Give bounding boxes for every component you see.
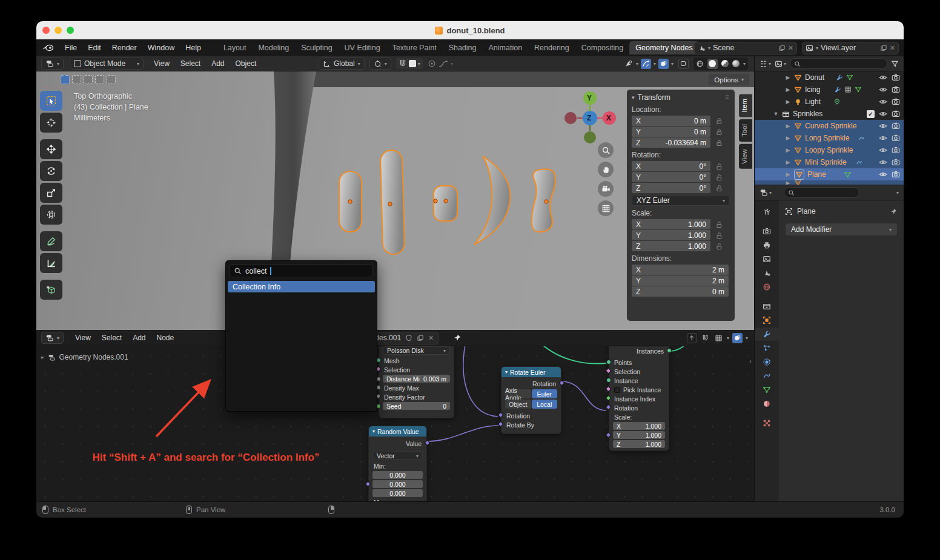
- lock-icon[interactable]: [715, 139, 723, 147]
- hide-eye-icon[interactable]: [879, 146, 887, 154]
- lock-icon[interactable]: [715, 128, 723, 136]
- options-button[interactable]: Options▾: [709, 74, 749, 85]
- outliner-row-icing[interactable]: ▶ Icing: [755, 84, 904, 96]
- disable-render-icon[interactable]: [892, 170, 900, 179]
- falloff-curve-icon[interactable]: [439, 60, 448, 68]
- outliner-row-partial[interactable]: ▶: [755, 180, 904, 185]
- location-z-field[interactable]: Z-0.033694 m: [632, 137, 710, 148]
- tab-animation[interactable]: Animation: [483, 41, 529, 54]
- sprinkle-crescent[interactable]: [474, 156, 510, 245]
- lock-icon[interactable]: [715, 117, 723, 125]
- add-primitive-tool[interactable]: [40, 280, 62, 300]
- viewport-menu-object[interactable]: Object: [230, 57, 262, 70]
- properties-editor-type[interactable]: ▾: [760, 188, 772, 197]
- disable-render-icon[interactable]: [892, 134, 900, 142]
- tab-sculpting[interactable]: Sculpting: [295, 41, 338, 54]
- rendered-shading-icon[interactable]: [732, 60, 740, 67]
- tab-modeling[interactable]: Modeling: [252, 41, 295, 54]
- viewport-menu-add[interactable]: Add: [206, 57, 230, 70]
- hide-eye-icon[interactable]: [879, 85, 887, 94]
- hide-eye-icon[interactable]: [879, 122, 887, 130]
- blender-logo-icon[interactable]: [42, 44, 55, 52]
- sprinkle-wavy[interactable]: [532, 169, 555, 232]
- scale-z-field[interactable]: Z1.000: [632, 241, 710, 251]
- rotate-tool[interactable]: [40, 161, 62, 181]
- tab-view[interactable]: View: [739, 144, 752, 169]
- pan-hand-icon[interactable]: [598, 162, 614, 177]
- tab-output[interactable]: [755, 239, 779, 252]
- wireframe-shading-icon[interactable]: [696, 60, 704, 68]
- tab-uv-editing[interactable]: UV Editing: [339, 41, 386, 54]
- properties-options-icon[interactable]: ▾: [896, 190, 899, 196]
- hide-eye-icon[interactable]: [879, 97, 887, 106]
- menu-file[interactable]: File: [59, 41, 82, 54]
- tab-object[interactable]: [755, 314, 779, 327]
- geometry-node-editor[interactable]: Poisson Disk▾ Mesh Selection Distance Mi…: [36, 330, 754, 501]
- tab-shading[interactable]: Shading: [443, 41, 483, 54]
- tab-particles[interactable]: [755, 341, 779, 355]
- select-set-icon[interactable]: [61, 75, 70, 84]
- hide-eye-icon[interactable]: [879, 110, 887, 118]
- tab-physics[interactable]: [755, 355, 779, 369]
- proportional-edit-icon[interactable]: [428, 59, 436, 68]
- outliner-row-sprinkles[interactable]: ▼ Sprinkles ✓: [755, 108, 904, 120]
- gizmo-axis-y-neg[interactable]: [584, 131, 596, 143]
- rotation-mode-select[interactable]: XYZ Euler▾: [632, 195, 730, 206]
- lock-icon[interactable]: [715, 163, 723, 170]
- lock-icon[interactable]: [715, 185, 723, 192]
- show-overlays-toggle[interactable]: [641, 59, 651, 69]
- scale-tool[interactable]: [40, 183, 62, 203]
- magnet-icon[interactable]: [399, 59, 407, 68]
- add-modifier-button[interactable]: Add Modifier ▾: [785, 223, 898, 236]
- menu-help[interactable]: Help: [180, 41, 207, 54]
- tab-compositing[interactable]: Compositing: [575, 41, 629, 54]
- scene-name[interactable]: Scene: [713, 44, 776, 52]
- tab-constraints[interactable]: [755, 369, 779, 383]
- scale-x-field[interactable]: X1.000: [632, 219, 710, 229]
- viewport-3d[interactable]: Y X Z Options▾ To: [36, 71, 754, 330]
- tab-layout[interactable]: Layout: [217, 41, 253, 54]
- remove-viewlayer-icon[interactable]: ✕: [890, 44, 895, 52]
- outliner-row-curved-sprinkle[interactable]: ▶ Curved Sprinkle: [755, 120, 904, 132]
- collapse-icon[interactable]: ▾: [632, 94, 635, 100]
- tab-scene[interactable]: [755, 266, 779, 280]
- dimensions-y-field[interactable]: Y2 m: [632, 275, 729, 286]
- tab-modifiers[interactable]: [755, 328, 779, 341]
- sprinkle-small[interactable]: [434, 186, 457, 221]
- transform-tool[interactable]: [40, 205, 62, 225]
- tab-tool[interactable]: Tool: [739, 119, 752, 142]
- select-extend-icon[interactable]: [72, 75, 81, 84]
- tab-world[interactable]: [755, 280, 779, 294]
- outliner-row-mini-sprinkle[interactable]: ▶ Mini Sprinkle: [755, 156, 904, 168]
- lock-icon[interactable]: [715, 243, 723, 250]
- tab-texture[interactable]: [755, 417, 779, 430]
- lock-icon[interactable]: [715, 221, 723, 228]
- disable-render-icon[interactable]: [892, 85, 900, 94]
- node-search-input[interactable]: collect: [230, 265, 373, 277]
- new-scene-icon[interactable]: [778, 44, 786, 51]
- unlink-scene-icon[interactable]: ✕: [788, 44, 793, 52]
- show-gizmo-toggle[interactable]: [623, 59, 634, 69]
- disable-render-icon[interactable]: [892, 110, 900, 118]
- outliner-search-input[interactable]: [790, 58, 887, 69]
- menu-window[interactable]: Window: [142, 41, 180, 54]
- rotation-x-field[interactable]: X0°: [632, 161, 710, 171]
- outliner-row-loopy-sprinkle[interactable]: ▶ Loopy Sprinkle: [755, 144, 904, 156]
- disable-render-icon[interactable]: [892, 122, 900, 130]
- tab-view-layer[interactable]: [755, 252, 779, 266]
- viewport-menu-select[interactable]: Select: [175, 57, 206, 70]
- tab-rendering[interactable]: Rendering: [528, 41, 575, 54]
- viewlayer-name[interactable]: ViewLayer: [821, 44, 878, 52]
- panel-grip-icon[interactable]: ⠿: [725, 94, 730, 100]
- material-preview-icon[interactable]: [721, 60, 729, 67]
- scale-y-field[interactable]: Y1.000: [632, 230, 710, 240]
- tab-texture-paint[interactable]: Texture Paint: [386, 41, 443, 54]
- new-viewlayer-icon[interactable]: [880, 44, 887, 51]
- outliner-row-plane[interactable]: ▶ Plane: [755, 168, 904, 180]
- outliner-filter-mode[interactable]: ▾: [775, 60, 786, 68]
- transform-orientation-selector[interactable]: Global ▾: [319, 58, 365, 70]
- select-intersect-icon[interactable]: [107, 75, 116, 84]
- tab-object-data[interactable]: [755, 383, 779, 397]
- outliner-row-donut[interactable]: ▶ Donut: [755, 71, 904, 84]
- select-box-tool[interactable]: [40, 91, 62, 111]
